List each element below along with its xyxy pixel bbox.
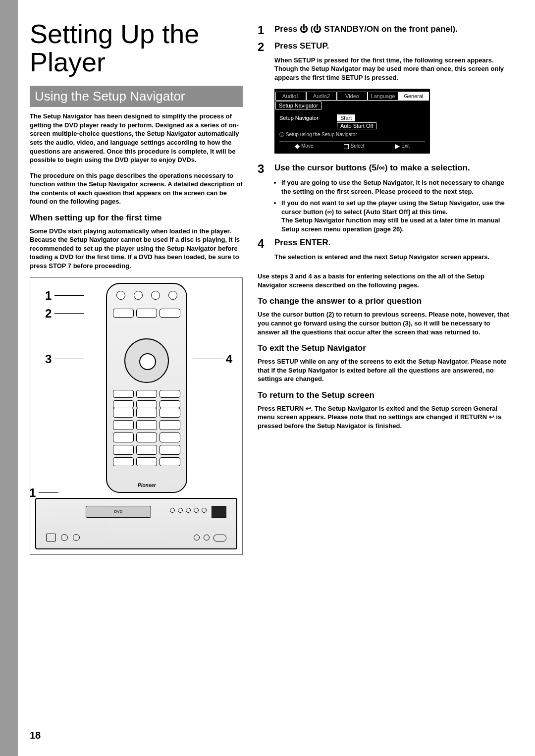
remote-button bbox=[160, 457, 180, 466]
remote-button bbox=[136, 309, 157, 318]
remote-round-button bbox=[134, 291, 143, 300]
remote-button bbox=[160, 390, 180, 398]
num-button bbox=[136, 420, 157, 430]
page-number: 18 bbox=[30, 730, 41, 741]
remote-button bbox=[113, 457, 134, 466]
remote-round-button bbox=[151, 291, 160, 300]
step-4: 4 Press ENTER. bbox=[258, 237, 510, 250]
remote-button bbox=[160, 309, 180, 318]
num-button bbox=[113, 445, 134, 455]
front-panel-buttons bbox=[170, 508, 207, 513]
remote-top-row bbox=[113, 291, 180, 300]
section-heading: Using the Setup Navigator bbox=[30, 86, 243, 107]
osd-footer-select: Select bbox=[344, 143, 364, 149]
step-3-bullet-2: If you do not want to set up the player … bbox=[281, 199, 510, 233]
play-button-icon bbox=[214, 535, 226, 541]
intro-paragraph-1: The Setup Navigator has been designed to… bbox=[30, 112, 243, 164]
callout-2-number: 2 bbox=[45, 307, 52, 321]
num-button bbox=[113, 420, 134, 430]
first-time-heading: When setting up for the first time bbox=[30, 213, 243, 223]
dvd-player-outline: DVD bbox=[35, 498, 237, 549]
step-1-number: 1 bbox=[258, 24, 268, 37]
callout-3-number: 3 bbox=[45, 352, 52, 366]
side-chapter-tab bbox=[0, 0, 18, 756]
remote-button bbox=[113, 400, 134, 408]
manual-page: Setting Up the Player Using the Setup Na… bbox=[0, 0, 535, 756]
player-callout-number: 1 bbox=[29, 486, 36, 500]
osd-body: Setup Navigator Start Auto Start Off ⓘ S… bbox=[275, 109, 429, 152]
front-left-controls bbox=[46, 534, 80, 541]
return-screen-body: Press RETURN ↩. The Setup Navigator is e… bbox=[258, 404, 510, 431]
exit-nav-body: Press SETUP while on any of the screens … bbox=[258, 357, 510, 383]
step-1: 1 Press ⏻ (⏻ STANDBY/ON on the front pan… bbox=[258, 24, 510, 37]
step-4-title: Press ENTER. bbox=[274, 237, 330, 250]
osd-tab-audio2: Audio2 bbox=[306, 92, 337, 101]
enter-button-icon bbox=[139, 353, 156, 370]
callout-4-number: 4 bbox=[226, 352, 232, 366]
num-button bbox=[160, 408, 180, 418]
page-title: Setting Up the Player bbox=[30, 20, 243, 76]
remote-numpad bbox=[113, 408, 180, 455]
num-button bbox=[136, 445, 157, 455]
change-answer-heading: To change the answer to a prior question bbox=[258, 296, 510, 306]
callout-4: 4 bbox=[193, 352, 232, 366]
step-2-number: 2 bbox=[258, 41, 268, 54]
change-answer-body: Use the cursor button (2) to return to p… bbox=[258, 310, 510, 336]
num-button bbox=[160, 432, 180, 442]
return-screen-heading: To return to the Setup screen bbox=[258, 390, 510, 400]
step-3-title: Use the cursor buttons (5/∞) to make a s… bbox=[274, 162, 470, 175]
power-switch-icon bbox=[46, 534, 56, 541]
step-3-number: 3 bbox=[258, 162, 268, 175]
after-steps-note: Use steps 3 and 4 as a basis for enterin… bbox=[258, 272, 510, 289]
osd-screenshot: Audio1 Audio2 Video Language General Set… bbox=[274, 89, 430, 153]
osd-row1-value: Start bbox=[337, 114, 355, 121]
remote-button bbox=[113, 390, 134, 398]
osd-footer: Move Select Exit bbox=[279, 141, 425, 150]
step-4-body: The selection is entered and the next Se… bbox=[274, 253, 510, 262]
step-2-title: Press SETUP. bbox=[274, 41, 329, 54]
power-button-icon bbox=[116, 291, 125, 300]
step-3: 3 Use the cursor buttons (5/∞) to make a… bbox=[258, 162, 510, 175]
front-right-controls bbox=[194, 535, 226, 541]
remote-transport-row bbox=[113, 390, 180, 408]
remote-button bbox=[136, 390, 157, 398]
step-3-bullets: If you are going to use the Setup Naviga… bbox=[274, 178, 510, 233]
osd-tab-audio1: Audio1 bbox=[275, 92, 306, 101]
step-3-bullet-2-lead: If you do not want to set up the player … bbox=[281, 199, 505, 216]
callout-1: 1 bbox=[45, 289, 84, 303]
num-button bbox=[160, 445, 180, 455]
front-display-icon bbox=[212, 506, 226, 518]
remote-control-outline: Pioneer bbox=[106, 283, 187, 493]
cursor-pad bbox=[124, 338, 169, 383]
step-4-number: 4 bbox=[258, 237, 268, 250]
disc-tray-icon: DVD bbox=[86, 506, 151, 518]
osd-hint: ⓘ Setup using the Setup Navigator bbox=[279, 131, 425, 138]
callout-1-number: 1 bbox=[45, 289, 52, 303]
remote-round-button bbox=[168, 291, 177, 300]
osd-row2-value: Auto Start Off bbox=[337, 122, 376, 129]
osd-tab-video: Video bbox=[337, 92, 368, 101]
osd-tabs: Audio1 Audio2 Video Language General bbox=[275, 92, 429, 101]
right-column: 1 Press ⏻ (⏻ STANDBY/ON on the front pan… bbox=[258, 20, 510, 555]
remote-bottom-row bbox=[113, 457, 180, 466]
osd-footer-exit: Exit bbox=[395, 143, 410, 149]
num-button bbox=[113, 408, 134, 418]
remote-button bbox=[136, 400, 157, 408]
num-button bbox=[136, 432, 157, 442]
exit-nav-heading: To exit the Setup Navigator bbox=[258, 343, 510, 353]
num-button bbox=[160, 420, 180, 430]
step-1-title: Press ⏻ (⏻ STANDBY/ON on the front panel… bbox=[274, 24, 458, 37]
intro-paragraph-2: The procedure on this page describes the… bbox=[30, 171, 243, 206]
num-button bbox=[136, 408, 157, 418]
osd-subtab: Setup Navigator bbox=[275, 102, 321, 109]
first-time-body: Some DVDs start playing automatically wh… bbox=[30, 227, 243, 270]
osd-tab-general: General bbox=[398, 92, 429, 101]
step-3-bullet-2-body: The Setup Navigator function may still b… bbox=[281, 216, 500, 233]
step-3-bullet-1: If you are going to use the Setup Naviga… bbox=[281, 178, 510, 196]
step-2: 2 Press SETUP. bbox=[258, 41, 510, 54]
num-button bbox=[113, 432, 134, 442]
step-2-body: When SETUP is pressed for the first time… bbox=[274, 56, 510, 82]
left-column: Setting Up the Player Using the Setup Na… bbox=[30, 20, 243, 555]
remote-illustration: 1 2 3 4 bbox=[30, 277, 243, 555]
remote-button bbox=[113, 309, 134, 318]
